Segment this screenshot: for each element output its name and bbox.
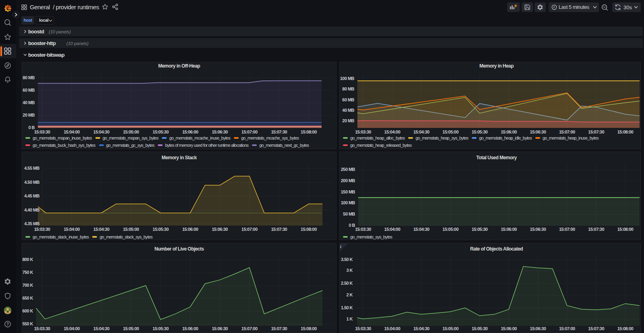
svg-text:?: ?: [6, 322, 9, 327]
